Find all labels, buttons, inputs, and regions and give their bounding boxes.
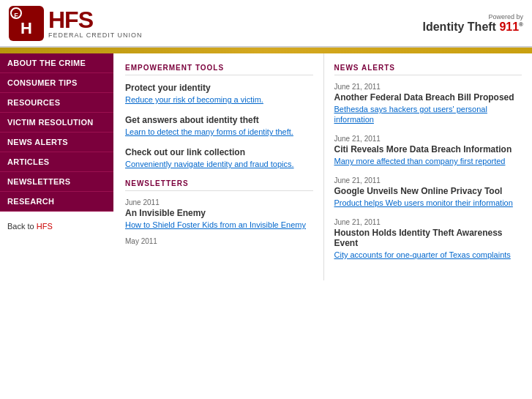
news-item-0: June 21, 2011 Another Federal Data Breac… [334,83,522,124]
right-panel: Your life. Your identity. Facing identit… [113,53,532,280]
empowerment-column: EMPOWERMENT TOOLS Protect your identity … [113,53,324,280]
newsletter-heading-0: An Invisible Enemy [125,208,313,218]
header: H F HFS FEDERAL CREDIT UNION Powered by … [0,0,532,48]
logo-fcu-text: FEDERAL CREDIT UNION [48,31,143,39]
newsletter-date-1: May 2011 [125,237,313,245]
news-date-2: June 21, 2011 [334,176,522,184]
news-heading-0: Another Federal Data Breach Bill Propose… [334,92,522,102]
newsletters-section: NEWSLETTERS June 2011 An Invisible Enemy… [125,179,313,245]
news-heading-2: Google Unveils New Online Privacy Tool [334,186,522,196]
news-date-1: June 21, 2011 [334,135,522,143]
powered-by-label: Powered by [423,13,524,20]
newsletter-link-0[interactable]: How to Shield Foster Kids from an Invisi… [125,220,306,229]
newsletters-title: NEWSLETTERS [125,179,313,191]
sidebar-item-articles[interactable]: ARTICLES [0,152,113,172]
back-hfs-link[interactable]: HFS [37,222,53,231]
news-date-3: June 21, 2011 [334,218,522,226]
hfs-logo-icon: H F [9,6,44,41]
logo-text: HFS FEDERAL CREDIT UNION [48,8,143,39]
newsletter-item-1: May 2011 [125,237,313,245]
sidebar-item-research[interactable]: RESEARCH [0,192,113,212]
news-link-2[interactable]: Product helps Web users monitor their in… [334,198,513,207]
empowerment-title: EMPOWERMENT TOOLS [125,64,313,75]
identity-theft-logo: Identity Theft 911® [423,20,524,33]
news-item-3: June 21, 2011 Houston Holds Identity The… [334,218,522,260]
sidebar-item-victim-resolution[interactable]: VICTIM RESOLUTION [0,113,113,133]
tool-link-0[interactable]: Reduce your risk of becoming a victim. [125,95,263,104]
news-item-2: June 21, 2011 Google Unveils New Online … [334,176,522,208]
tool-link-2[interactable]: Conveniently navigate identity and fraud… [125,160,294,168]
news-item-1: June 21, 2011 Citi Reveals More Data Bre… [334,135,522,166]
sidebar-item-newsletters[interactable]: NEWSLETTERS [0,172,113,192]
sidebar: ABOUT THE CRIME CONSUMER TIPS RESOURCES … [0,53,113,280]
tool-link-1[interactable]: Learn to detect the many forms of identi… [125,127,293,136]
newsletter-item-0: June 2011 An Invisible Enemy How to Shie… [125,198,313,230]
tool-item-0: Protect your identity Reduce your risk o… [125,83,313,105]
sidebar-item-resources[interactable]: RESOURCES [0,93,113,113]
svg-text:F: F [14,12,18,19]
identity-theft-911: 911 [499,20,519,33]
gold-bar [0,48,532,53]
news-heading-1: Citi Reveals More Data Breach Informatio… [334,144,522,154]
news-date-0: June 21, 2011 [334,83,522,91]
sidebar-item-consumer-tips[interactable]: CONSUMER TIPS [0,73,113,93]
news-link-0[interactable]: Bethesda says hackers got users' persona… [334,105,487,124]
news-link-3[interactable]: City accounts for one-quarter of Texas c… [334,250,511,259]
logo-area: H F HFS FEDERAL CREDIT UNION [9,6,143,41]
logo-hfs-text: HFS [48,8,143,31]
back-prefix: Back to [7,222,37,231]
tool-heading-0: Protect your identity [125,83,313,93]
svg-text:H: H [20,19,32,37]
newsletter-date-0: June 2011 [125,198,313,206]
sidebar-item-about-crime[interactable]: ABOUT THE CRIME [0,53,113,73]
content-area: EMPOWERMENT TOOLS Protect your identity … [113,53,532,280]
news-alerts-column: NEWS ALERTS June 21, 2011 Another Federa… [324,53,533,280]
news-alerts-title: NEWS ALERTS [334,64,522,75]
tool-heading-2: Check out our link collection [125,147,313,157]
powered-by-area: Powered by Identity Theft 911® [423,13,524,34]
page-body: ABOUT THE CRIME CONSUMER TIPS RESOURCES … [0,53,532,280]
back-to-hfs: Back to HFS [0,212,113,241]
tool-item-2: Check out our link collection Convenient… [125,147,313,169]
sidebar-item-news-alerts[interactable]: NEWS ALERTS [0,133,113,152]
news-heading-3: Houston Holds Identity Theft Awareness E… [334,228,522,248]
tool-item-1: Get answers about identity theft Learn t… [125,115,313,137]
news-link-1[interactable]: Many more affected than company first re… [334,157,506,165]
main-nav: ABOUT THE CRIME CONSUMER TIPS RESOURCES … [0,53,113,212]
tool-heading-1: Get answers about identity theft [125,115,313,125]
